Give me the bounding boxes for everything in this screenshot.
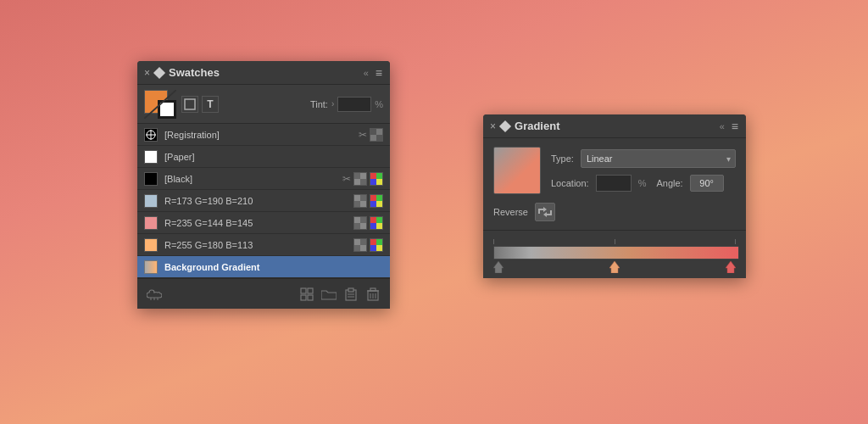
reverse-button[interactable] — [535, 203, 555, 221]
swatches-diamond-icon — [153, 66, 165, 78]
tint-input[interactable] — [337, 97, 371, 112]
swatch-row-r255[interactable]: R=255 G=180 B=113 — [137, 234, 390, 256]
r255-rgb-icon — [370, 238, 383, 252]
swatches-titlebar: × Swatches « ≡ — [137, 61, 390, 85]
type-select-wrapper: Linear — [581, 149, 736, 168]
swatch-row-black[interactable]: [Black] ✂ — [137, 168, 390, 190]
r173-rgb-icon — [370, 194, 383, 208]
color-group-icon — [300, 287, 314, 301]
svg-rect-18 — [370, 288, 376, 291]
paper-swatch-name: [Paper] — [164, 152, 383, 162]
black-swatch-name: [Black] — [164, 174, 336, 184]
tint-percent: % — [375, 99, 383, 109]
gradient-close[interactable]: × — [490, 120, 496, 132]
angle-display[interactable]: 90° — [690, 175, 724, 192]
bg-gradient-swatch-name: Background Gradient — [164, 262, 383, 272]
swatches-toolbar: T Tint: › % — [137, 85, 390, 124]
gradient-slider-container — [483, 230, 746, 278]
swatch-row-bg-gradient[interactable]: Background Gradient — [137, 256, 390, 278]
gradient-menu[interactable]: ≡ — [732, 120, 739, 133]
tick-left — [493, 239, 494, 244]
svg-rect-8 — [301, 288, 306, 293]
angle-label: Angle: — [656, 178, 682, 188]
color-preview[interactable] — [144, 90, 176, 119]
new-folder-icon[interactable] — [320, 286, 337, 303]
swap-icon — [144, 90, 176, 119]
new-swatch-icon[interactable] — [342, 286, 359, 303]
r173-swatch-icons — [353, 194, 383, 208]
gradient-preview-row: Type: Linear Location: % Angle: 90° — [493, 147, 736, 194]
swatches-title: Swatches — [169, 66, 220, 79]
bg-gradient-swatch-color — [144, 260, 158, 274]
stop-arrow-mid-icon — [609, 261, 620, 273]
stop-mid[interactable] — [609, 261, 620, 275]
fill-box-icon — [184, 98, 196, 110]
r255-grid-icon — [353, 238, 367, 252]
r235-swatch-icons — [353, 216, 383, 230]
type-select[interactable]: Linear — [581, 149, 736, 168]
gradient-fields: Type: Linear Location: % Angle: 90° — [483, 138, 746, 230]
gradient-type-row: Type: Linear — [551, 149, 736, 168]
location-input[interactable] — [596, 175, 632, 192]
type-value: Linear — [587, 153, 613, 164]
svg-marker-23 — [609, 261, 620, 273]
swatches-close[interactable]: × — [144, 67, 150, 79]
cloud-library-icon[interactable] — [146, 286, 163, 303]
gradient-preview-box[interactable] — [493, 147, 541, 194]
delete-swatch-icon[interactable] — [364, 286, 381, 303]
gradient-slider-track[interactable] — [493, 246, 739, 259]
swatches-bottom-toolbar — [137, 278, 390, 309]
r173-grid-icon — [353, 194, 367, 208]
black-swatch-color — [144, 172, 158, 186]
r255-swatch-icons — [353, 238, 383, 252]
gradient-title: Gradient — [515, 120, 559, 132]
swatch-row-r173[interactable]: R=173 G=190 B=210 — [137, 190, 390, 212]
swatches-menu[interactable]: ≡ — [376, 66, 383, 80]
registration-swatch-name: [Registration] — [164, 130, 352, 140]
text-color-icon[interactable]: T — [202, 96, 219, 113]
r235-swatch-color — [144, 216, 158, 230]
reverse-icon — [538, 206, 552, 218]
stop-arrow-left-icon — [493, 261, 504, 273]
stop-arrow-right-icon — [726, 261, 736, 273]
fill-icon[interactable] — [181, 96, 198, 113]
gradient-collapse[interactable]: « — [720, 121, 725, 131]
clipboard-icon — [344, 287, 358, 301]
gradient-reverse-row: Reverse — [493, 203, 736, 221]
new-color-group-icon[interactable] — [298, 286, 315, 303]
reverse-label: Reverse — [493, 207, 528, 217]
black-process-grid-icon — [353, 172, 367, 186]
gradient-panel: × Gradient « ≡ Type: Linear — [483, 114, 746, 278]
stop-left[interactable] — [493, 261, 504, 275]
swatch-row-r235[interactable]: R=235 G=144 B=145 — [137, 212, 390, 234]
folder-icon — [321, 288, 337, 300]
tint-arrow-icon[interactable]: › — [331, 99, 334, 109]
gradient-tick-marks — [492, 236, 737, 244]
location-percent: % — [638, 178, 647, 188]
registration-swatch-color — [144, 128, 158, 142]
swatch-row-registration[interactable]: [Registration] ✂ — [137, 124, 390, 146]
svg-rect-1 — [185, 99, 195, 109]
black-swatch-icons: ✂ — [342, 172, 383, 186]
r235-swatch-name: R=235 G=144 B=145 — [164, 218, 347, 228]
swatch-row-paper[interactable]: [Paper] — [137, 146, 390, 168]
process-grid-icon — [370, 128, 383, 142]
svg-rect-11 — [308, 295, 313, 300]
svg-marker-24 — [726, 261, 736, 273]
location-label: Location: — [551, 178, 589, 188]
swatches-panel: × Swatches « ≡ T — [137, 61, 390, 309]
tint-label-text: Tint: — [310, 99, 328, 109]
angle-value: 90° — [699, 178, 714, 188]
stop-right[interactable] — [726, 261, 736, 275]
trash-icon — [367, 287, 379, 301]
swatches-list: [Registration] ✂ [Paper] [Black] ✂ — [137, 124, 390, 278]
r235-grid-icon — [353, 216, 367, 230]
gradient-stops-row — [492, 261, 737, 275]
gradient-location-row: Location: % Angle: 90° — [551, 175, 736, 192]
svg-rect-10 — [301, 295, 306, 300]
registration-swatch-icons: ✂ — [359, 128, 383, 142]
bottom-icons-group — [298, 286, 381, 303]
svg-rect-13 — [348, 288, 353, 292]
registration-icon — [145, 129, 157, 141]
swatches-collapse[interactable]: « — [364, 68, 369, 78]
